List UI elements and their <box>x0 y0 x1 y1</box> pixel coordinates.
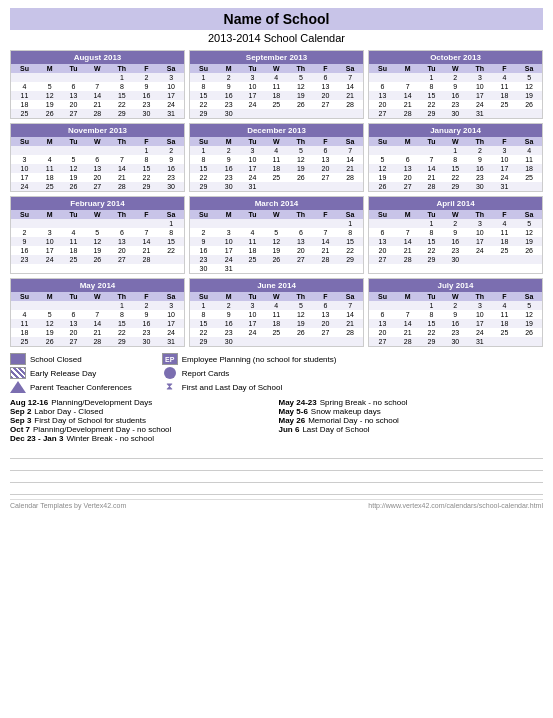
cal-day: 3 <box>240 146 264 155</box>
cal-day: 11 <box>265 310 288 319</box>
cal-day: 2 <box>217 146 240 155</box>
cal-header-10: May 2014 <box>11 279 184 292</box>
cal-day <box>396 301 419 310</box>
cal-day: 13 <box>314 155 337 164</box>
cal-day: 1 <box>444 146 467 155</box>
cal-day: 28 <box>86 337 109 346</box>
cal-day: 30 <box>217 337 240 346</box>
cal-day: 19 <box>265 246 288 255</box>
calendar-10: May 2014SuMTuWThFSa123456789101112131415… <box>10 278 185 347</box>
cal-day: 28 <box>419 182 443 191</box>
day-header: F <box>314 210 337 219</box>
cal-day: 7 <box>86 82 109 91</box>
cal-day: 10 <box>38 237 61 246</box>
calendar-5: December 2013SuMTuWThFSa1234567891011121… <box>189 123 364 192</box>
cal-day <box>369 146 396 155</box>
cal-day: 27 <box>61 337 85 346</box>
cal-day: 22 <box>109 328 135 337</box>
day-header: Su <box>369 64 396 73</box>
cal-day: 31 <box>493 182 516 191</box>
cal-header-1: August 2013 <box>11 51 184 64</box>
cal-day: 21 <box>396 246 419 255</box>
cal-day: 14 <box>135 237 158 246</box>
cal-day: 11 <box>61 237 85 246</box>
cal-day: 6 <box>396 155 419 164</box>
cal-day: 26 <box>61 182 85 191</box>
cal-day: 22 <box>190 173 217 182</box>
ptc-icon <box>10 381 26 393</box>
cal-header-11: June 2014 <box>190 279 363 292</box>
cal-day: 22 <box>337 246 363 255</box>
cal-day: 24 <box>158 328 184 337</box>
cal-day: 15 <box>109 319 135 328</box>
day-header: Su <box>190 210 217 219</box>
cal-day: 6 <box>314 146 337 155</box>
day-header: Tu <box>61 210 85 219</box>
cal-day <box>288 337 314 346</box>
cal-day <box>240 337 264 346</box>
cal-day: 22 <box>190 100 217 109</box>
cal-day: 11 <box>265 155 288 164</box>
footer: Calendar Templates by Vertex42.com http:… <box>10 499 543 509</box>
cal-day: 20 <box>61 328 85 337</box>
day-header: W <box>444 64 467 73</box>
closed-icon <box>10 353 26 365</box>
day-header: Th <box>109 292 135 301</box>
cal-day: 1 <box>190 146 217 155</box>
day-header: M <box>217 292 240 301</box>
cal-day: 13 <box>396 164 419 173</box>
cal-day: 3 <box>240 73 264 82</box>
cal-day: 17 <box>493 164 516 173</box>
cal-day: 10 <box>467 310 493 319</box>
cal-day: 12 <box>516 310 542 319</box>
cal-day <box>288 264 314 273</box>
cal-day: 28 <box>86 109 109 118</box>
cal-day: 26 <box>516 328 542 337</box>
cal-day: 1 <box>135 146 158 155</box>
cal-day: 2 <box>444 301 467 310</box>
cal-day: 31 <box>158 337 184 346</box>
cal-day <box>337 337 363 346</box>
day-header: F <box>493 137 516 146</box>
cal-day: 17 <box>240 319 264 328</box>
cal-day: 7 <box>109 155 135 164</box>
cal-day: 11 <box>516 155 542 164</box>
note-date: Sep 2 <box>10 407 31 416</box>
cal-day: 18 <box>493 91 516 100</box>
cal-day: 1 <box>109 73 135 82</box>
cal-day: 23 <box>217 100 240 109</box>
footer-left: Calendar Templates by Vertex42.com <box>10 502 126 509</box>
cal-day: 9 <box>135 310 158 319</box>
legend-rc-label: Report Cards <box>182 369 230 378</box>
cal-day: 27 <box>86 182 109 191</box>
cal-day: 30 <box>190 264 217 273</box>
day-header: Sa <box>158 210 184 219</box>
legend-early-label: Early Release Day <box>30 369 96 378</box>
cal-day: 18 <box>240 246 264 255</box>
cal-day: 28 <box>337 100 363 109</box>
cal-day <box>516 182 542 191</box>
cal-day: 9 <box>444 310 467 319</box>
cal-day: 19 <box>516 91 542 100</box>
cal-day: 25 <box>265 100 288 109</box>
cal-day: 11 <box>265 82 288 91</box>
cal-day: 20 <box>369 246 396 255</box>
cal-day: 3 <box>493 146 516 155</box>
cal-day: 8 <box>444 155 467 164</box>
cal-day: 26 <box>369 182 396 191</box>
cal-day: 2 <box>444 73 467 82</box>
cal-day: 27 <box>314 328 337 337</box>
cal-day: 15 <box>109 91 135 100</box>
cal-day <box>419 146 443 155</box>
cal-day: 21 <box>337 164 363 173</box>
cal-day: 10 <box>240 82 264 91</box>
cal-day <box>109 219 135 228</box>
cal-day: 16 <box>135 319 158 328</box>
note-item: Dec 23 - Jan 3Winter Break - no school <box>10 434 275 443</box>
note-text: Planning/Development Day - no school <box>33 425 171 434</box>
day-header: M <box>38 64 61 73</box>
cal-day: 9 <box>11 237 38 246</box>
cal-day: 20 <box>86 173 109 182</box>
cal-day: 2 <box>135 301 158 310</box>
cal-day: 7 <box>419 155 443 164</box>
